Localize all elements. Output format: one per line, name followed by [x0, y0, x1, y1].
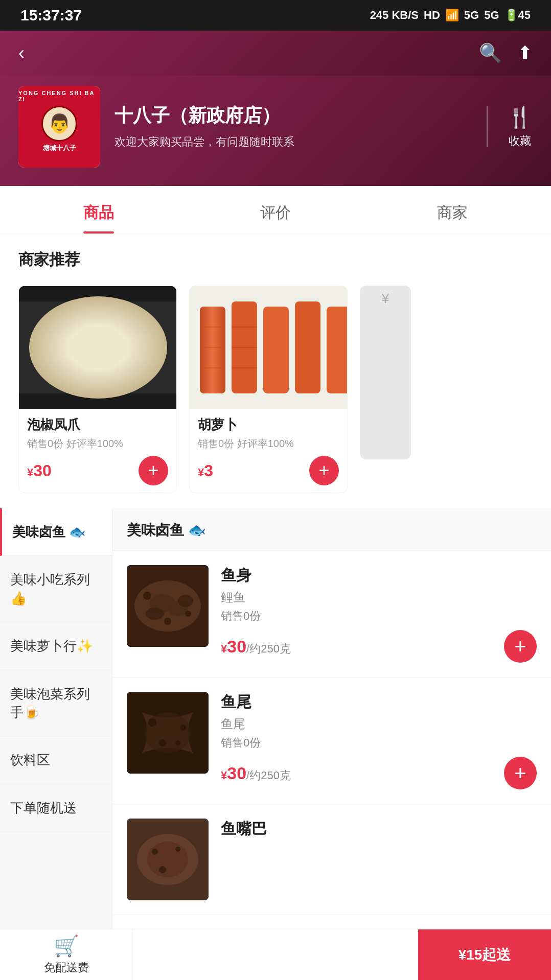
favorite-button[interactable]: 🍴 收藏 — [507, 105, 533, 149]
product-card-1: 泡椒凤爪 销售0份 好评率100% ¥30 + — [18, 286, 177, 493]
add-button-1[interactable]: + — [139, 456, 168, 485]
cart-section[interactable]: 🛒 免配送费 — [0, 929, 133, 980]
svg-point-45 — [175, 847, 180, 852]
category-header: 美味卤鱼 🐟 — [112, 508, 551, 551]
store-info: 十八子（新政府店） 欢迎大家购买品尝，有问题随时联系 — [114, 103, 467, 150]
svg-point-43 — [147, 842, 188, 877]
fish-mouth-name: 鱼嘴巴 — [221, 819, 537, 839]
fish-body-sales: 销售0份 — [221, 609, 537, 624]
sidebar-item-random[interactable]: 下单随机送 — [0, 784, 112, 832]
svg-point-6 — [101, 327, 116, 342]
svg-rect-17 — [263, 307, 289, 393]
product-name-1: 泡椒凤爪 — [27, 416, 168, 434]
svg-rect-18 — [295, 301, 320, 393]
min-order-button[interactable]: ¥15起送 — [418, 929, 551, 980]
sidebar-item-radish[interactable]: 美味萝卜行✨ — [0, 622, 112, 670]
list-item-3: 鱼嘴巴 — [112, 804, 551, 915]
logo-bottom-text: 塘城十八子 — [43, 144, 76, 153]
fish-mouth-image — [127, 819, 209, 900]
fish-body-add-button[interactable]: + — [504, 630, 537, 663]
svg-rect-0 — [19, 286, 177, 409]
tab-products[interactable]: 商品 — [10, 186, 187, 234]
product-card-partial: ¥ — [382, 291, 389, 307]
cart-icon: 🛒 — [54, 934, 79, 958]
fish-tail-name: 鱼尾 — [221, 692, 537, 713]
svg-point-30 — [146, 608, 164, 620]
search-icon[interactable]: 🔍 — [479, 42, 502, 64]
fish-tail-image — [127, 692, 209, 774]
content-area: 美味卤鱼 🐟 美味小吃系列👍 美味萝卜行✨ 美味泡菜系列手🍺 饮料区 下单随机送… — [0, 508, 551, 968]
nav-bar: ‹ 🔍 ⬆ — [0, 31, 551, 76]
svg-rect-2 — [19, 393, 177, 409]
hd-icon: HD — [424, 9, 440, 22]
product-card-body-1: 泡椒凤爪 销售0份 好评率100% ¥30 + — [19, 409, 176, 493]
fish-tail-add-button[interactable]: + — [504, 757, 537, 789]
svg-point-34 — [164, 618, 171, 625]
svg-point-36 — [145, 712, 191, 753]
add-button-2[interactable]: + — [309, 456, 339, 485]
bottom-bar: 🛒 免配送费 ¥15起送 — [0, 929, 551, 980]
svg-point-31 — [178, 595, 193, 607]
svg-point-44 — [152, 849, 158, 855]
fish-tail-footer: ¥30/约250克 + — [221, 757, 537, 789]
store-desc: 欢迎大家购买品尝，有问题随时联系 — [114, 134, 467, 150]
fish-body-image — [127, 565, 209, 647]
svg-rect-19 — [327, 307, 348, 393]
product-card-body-2: 胡萝卜 销售0份 好评率100% ¥3 + — [190, 409, 347, 493]
fish-mouth-info: 鱼嘴巴 — [221, 819, 537, 843]
recommended-scroll[interactable]: 泡椒凤爪 销售0份 好评率100% ¥30 + — [0, 281, 551, 508]
product-name-2: 胡萝卜 — [198, 416, 339, 434]
svg-point-4 — [55, 312, 142, 383]
data-speed-icon: 245 KB/S — [370, 9, 419, 22]
svg-point-32 — [143, 592, 151, 600]
product-list: 美味卤鱼 🐟 鱼身 鲤鱼 销售0份 — [112, 508, 551, 968]
tab-merchant[interactable]: 商家 — [364, 186, 541, 234]
svg-point-39 — [159, 739, 166, 746]
product-stats-2: 销售0份 好评率100% — [198, 437, 339, 451]
wifi-icon: 📶 — [445, 9, 459, 22]
status-bar: 15:37:37 245 KB/S HD 📶 5G 5G 🔋45 — [0, 0, 551, 31]
fish-tail-sales: 销售0份 — [221, 735, 537, 751]
svg-point-12 — [96, 361, 100, 365]
sidebar-item-drinks[interactable]: 饮料区 — [0, 736, 112, 784]
product-price-2: ¥3 — [198, 461, 213, 480]
sidebar-item-fish[interactable]: 美味卤鱼 🐟 — [0, 508, 112, 556]
store-header: YONG CHENG SHI BA ZI 👨 塘城十八子 十八子（新政府店） 欢… — [0, 76, 551, 186]
svg-point-38 — [180, 725, 186, 731]
fish-tail-info: 鱼尾 鱼尾 销售0份 ¥30/约250克 + — [221, 692, 537, 789]
svg-point-7 — [80, 345, 101, 365]
svg-rect-1 — [19, 286, 177, 301]
fish-tail-sub: 鱼尾 — [221, 716, 537, 732]
fish-body-name: 鱼身 — [221, 565, 537, 586]
fish-body-sub: 鲤鱼 — [221, 589, 537, 605]
svg-point-46 — [159, 866, 166, 873]
product-stats-1: 销售0份 好评率100% — [27, 437, 168, 451]
fish-body-price: ¥30/约250克 — [221, 637, 291, 657]
tab-reviews[interactable]: 评价 — [187, 186, 364, 234]
cart-label: 免配送费 — [44, 960, 89, 975]
svg-rect-15 — [200, 307, 225, 393]
fish-body-footer: ¥30/约250克 + — [221, 630, 537, 663]
product-image-1 — [19, 286, 177, 409]
sidebar-item-snacks[interactable]: 美味小吃系列👍 — [0, 556, 112, 622]
recommended-heading: 商家推荐 — [0, 234, 551, 281]
svg-point-11 — [119, 342, 124, 347]
sidebar: 美味卤鱼 🐟 美味小吃系列👍 美味萝卜行✨ 美味泡菜系列手🍺 饮料区 下单随机送 — [0, 508, 112, 968]
list-item-2: 鱼尾 鱼尾 销售0份 ¥30/约250克 + — [112, 678, 551, 804]
tabs: 商品 评价 商家 — [0, 186, 551, 234]
sidebar-item-kimchi[interactable]: 美味泡菜系列手🍺 — [0, 670, 112, 737]
status-time: 15:37:37 — [20, 7, 82, 24]
status-icons: 245 KB/S HD 📶 5G 5G 🔋45 — [370, 9, 531, 22]
signal2-icon: 5G — [484, 9, 499, 22]
fish-body-info: 鱼身 鲤鱼 销售0份 ¥30/约250克 + — [221, 565, 537, 663]
store-name: 十八子（新政府店） — [114, 103, 467, 128]
product-footer-1: ¥30 + — [27, 456, 168, 485]
back-button[interactable]: ‹ — [18, 42, 25, 64]
favorite-label: 收藏 — [509, 133, 531, 149]
svg-point-9 — [64, 346, 76, 359]
product-price-1: ¥30 — [27, 461, 52, 480]
store-logo: YONG CHENG SHI BA ZI 👨 塘城十八子 — [18, 86, 100, 168]
share-icon[interactable]: ⬆ — [517, 42, 533, 64]
signal1-icon: 5G — [464, 9, 479, 22]
svg-point-3 — [42, 301, 154, 393]
